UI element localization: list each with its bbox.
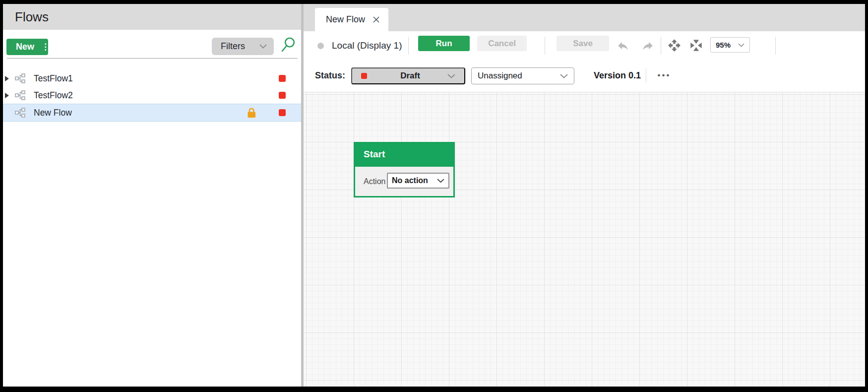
flow-name: TestFlow2 [34, 90, 301, 101]
app-window: Flows New ⋮ Filters [3, 4, 865, 387]
kebab-menu-icon[interactable]: ⋮ [41, 42, 50, 52]
status-value: Draft [373, 71, 447, 81]
start-node-title: Start [364, 149, 385, 160]
save-button[interactable]: Save [557, 36, 609, 51]
sidebar-title: Flows [15, 9, 49, 25]
assignment-value: Unassigned [478, 71, 522, 81]
start-node-header[interactable]: Start [354, 142, 455, 167]
connection-status-dot [317, 43, 324, 49]
flow-list-item-testflow1[interactable]: TestFlow1 [3, 70, 301, 87]
fit-to-view-button[interactable] [689, 39, 703, 52]
close-icon[interactable] [373, 16, 379, 23]
status-indicator-red [279, 109, 286, 116]
chevron-down-icon [447, 74, 455, 78]
zoom-level-value: 95% [716, 41, 731, 49]
flow-status-bar: Status: Draft Unassigned Version 0.1 ••• [304, 60, 865, 92]
statusbar-divider [646, 68, 646, 83]
toolbar-divider [545, 37, 545, 55]
expand-arrow-icon[interactable] [5, 93, 10, 98]
expand-arrow-icon[interactable] [5, 76, 10, 81]
chevron-down-icon [259, 44, 267, 49]
flow-list-item-new-flow[interactable]: New Flow [3, 104, 301, 122]
new-flow-button[interactable]: New ⋮ [6, 39, 48, 55]
flow-list-item-testflow2[interactable]: TestFlow2 [3, 87, 301, 104]
tab-label: New Flow [326, 14, 365, 25]
action-value: No action [392, 176, 428, 185]
flow-icon [15, 73, 26, 83]
start-node[interactable]: Start Action No action [354, 142, 455, 197]
editor-toolbar: Local (Display 1) Run Cancel Save [304, 31, 865, 60]
flow-name: TestFlow1 [34, 73, 301, 84]
status-indicator-red [279, 75, 286, 82]
start-node-body: Action No action [354, 167, 455, 197]
tab-new-flow[interactable]: New Flow [315, 8, 388, 31]
fit-content-icon [689, 39, 703, 52]
undo-button[interactable] [617, 39, 629, 52]
sidebar-header: Flows [3, 4, 301, 30]
lock-icon [247, 107, 256, 121]
pan-button[interactable] [668, 39, 681, 52]
new-flow-button-label: New [16, 42, 34, 52]
redo-icon [641, 39, 654, 52]
chevron-down-icon [738, 43, 744, 47]
flow-icon [15, 90, 26, 100]
flow-editor-panel: New Flow Local (Display 1) Run Cancel Sa… [304, 4, 865, 387]
toolbar-divider [661, 37, 661, 55]
status-label: Status: [315, 60, 345, 92]
version-label: Version 0.1 [594, 60, 641, 92]
filters-dropdown[interactable]: Filters [212, 38, 274, 55]
assignment-dropdown[interactable]: Unassigned [471, 67, 574, 84]
flow-canvas[interactable]: Start Action No action [304, 92, 865, 387]
toolbar-divider [775, 37, 776, 55]
cancel-button[interactable]: Cancel [477, 36, 527, 51]
search-icon [280, 36, 298, 54]
redo-button[interactable] [641, 39, 654, 52]
status-color-indicator [361, 73, 367, 79]
flow-name: New Flow [34, 108, 301, 118]
undo-icon [617, 39, 629, 52]
flows-sidebar: Flows New ⋮ Filters [3, 4, 301, 387]
action-dropdown[interactable]: No action [387, 173, 449, 189]
list-separator [7, 58, 298, 59]
filters-label: Filters [221, 41, 245, 52]
status-indicator-red [279, 92, 286, 99]
more-options-button[interactable]: ••• [653, 65, 676, 85]
flow-icon [15, 108, 26, 118]
action-label: Action [364, 177, 385, 186]
chevron-down-icon [437, 179, 444, 183]
zoom-level-select[interactable]: 95% [710, 37, 750, 53]
connection-label: Local (Display 1) [332, 31, 402, 60]
run-button[interactable]: Run [418, 36, 470, 51]
search-button[interactable] [280, 36, 298, 55]
move-arrows-icon [668, 39, 681, 52]
status-dropdown[interactable]: Draft [351, 67, 465, 84]
toolbar-divider [408, 37, 409, 55]
chevron-down-icon [560, 74, 568, 78]
